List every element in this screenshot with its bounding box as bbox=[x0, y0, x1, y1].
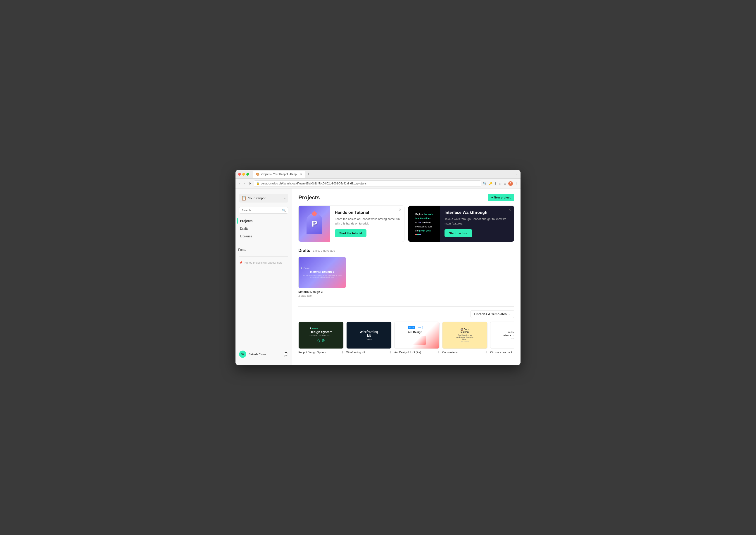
brand-selector[interactable]: 📋 Your Penpot ⌄ bbox=[239, 194, 288, 203]
tab-favicon: 🎨 bbox=[256, 172, 259, 176]
active-tab[interactable]: 🎨 Projects - Your Penpot - Penp... ✕ bbox=[253, 171, 305, 178]
lib-thumb-circ: ⊙ Circum Univers... ⓘ 285 evol... ▽ v1.0… bbox=[490, 322, 514, 349]
libraries-header: Libraries & Templates ⌄ bbox=[298, 310, 514, 318]
back-button[interactable]: ‹ bbox=[238, 181, 241, 186]
url-text: penpot.navios.biz/#/dashboard/team/d9bb0… bbox=[261, 182, 366, 185]
lib-thumb-ds: 📋 penpot Design System Last update Octob… bbox=[298, 322, 344, 349]
sidebar-item-projects[interactable]: Projects bbox=[237, 217, 290, 224]
user-name: Satoshi Yuza bbox=[249, 352, 282, 356]
lib-footer-circ: Circum Icons pack ⬇ bbox=[490, 351, 514, 354]
sidebar-item-drafts[interactable]: Drafts bbox=[237, 225, 290, 232]
user-initials: SY bbox=[241, 352, 245, 356]
drafts-header: Drafts 1 file, 2 days ago bbox=[298, 248, 514, 253]
file-date: 2 days ago bbox=[298, 294, 346, 297]
tutorial-cards: P Hands on Tutorial Learn the basics at … bbox=[298, 206, 514, 242]
lib-footer-coco: Cocomaterial ⬇ bbox=[442, 351, 488, 354]
download-icon-ds[interactable]: ⬇ bbox=[341, 351, 344, 354]
thumb-dark-text: Explore the main functionalities of the … bbox=[415, 212, 433, 235]
bottle-letter: P bbox=[312, 219, 317, 229]
libraries-cards-wrapper: 📋 penpot Design System Last update Octob… bbox=[298, 322, 514, 354]
libraries-cards: 📋 penpot Design System Last update Octob… bbox=[298, 322, 514, 354]
search-icon[interactable]: 🔍 bbox=[483, 182, 487, 185]
chat-icon[interactable]: 💬 bbox=[284, 352, 288, 356]
lib-footer-ant: Ant Design UI Kit (lite) ⬇ bbox=[394, 351, 440, 354]
walkthrough-title: Interface Walkthrough bbox=[445, 210, 509, 215]
address-bar-icons: 🔍 🔑 ⬇ ☆ ▤ S ⋮ bbox=[483, 181, 518, 186]
tutorial-card: P Hands on Tutorial Learn the basics at … bbox=[298, 206, 404, 242]
search-icon: 🔍 bbox=[282, 209, 286, 212]
titlebar: 🎨 Projects - Your Penpot - Penp... ✕ + ⌄ bbox=[235, 170, 521, 179]
page-header: Projects + New project bbox=[298, 194, 514, 201]
start-tour-button[interactable]: Start the tour bbox=[445, 229, 472, 237]
key-icon[interactable]: 🔑 bbox=[489, 182, 493, 185]
nav-label-fonts: Fonts bbox=[238, 248, 246, 251]
download-icon-wf[interactable]: ⬇ bbox=[389, 351, 392, 354]
lib-name-ds: Penpot Design System bbox=[298, 351, 326, 354]
walkthrough-content: Interface Walkthrough Take a walk throug… bbox=[440, 206, 514, 242]
pinned-label: 📌 Pinned projects will appear here bbox=[235, 259, 292, 266]
lib-thumb-wf: Wireframingkit ⬡ ▣ ◻ bbox=[346, 322, 392, 349]
sidebar-icon[interactable]: ▤ bbox=[503, 182, 506, 185]
lib-name-coco: Cocomaterial bbox=[442, 351, 458, 354]
brand-chevron-icon: ⌄ bbox=[284, 197, 286, 200]
user-avatar[interactable]: S bbox=[508, 181, 513, 186]
nav-label-drafts: Drafts bbox=[240, 227, 248, 230]
download-icon[interactable]: ⬇ bbox=[494, 182, 497, 185]
file-thumbnail: 📋Penpot Material Design 3 Ultimate colle… bbox=[298, 257, 346, 288]
fullscreen-button[interactable] bbox=[246, 173, 249, 176]
walkthrough-thumbnail: Explore the main functionalities of the … bbox=[408, 206, 440, 242]
lib-footer-ds: Penpot Design System ⬇ bbox=[298, 351, 344, 354]
lib-card-wireframing[interactable]: Wireframingkit ⬡ ▣ ◻ Wireframing Kit ⬇ bbox=[346, 322, 392, 354]
new-tab-button[interactable]: + bbox=[306, 172, 311, 177]
file-grid: 📋Penpot Material Design 3 Ultimate colle… bbox=[298, 257, 514, 297]
dot-purple bbox=[419, 234, 421, 235]
tutorial-content: Hands on Tutorial Learn the basics at Pe… bbox=[330, 206, 404, 242]
search-input[interactable] bbox=[242, 209, 281, 212]
brand-icon: 📋 bbox=[241, 196, 246, 201]
lib-card-coco[interactable]: 🥥 CocoMaterial The Open Sourcehand-drawn… bbox=[442, 322, 488, 354]
pin-icon: 📌 bbox=[239, 261, 242, 264]
dot-green bbox=[418, 234, 419, 235]
file-thumb-inner: 📋Penpot Material Design 3 Ultimate colle… bbox=[299, 265, 346, 280]
more-icon[interactable]: ⋮ bbox=[515, 182, 518, 185]
download-icon-coco[interactable]: ⬇ bbox=[485, 351, 488, 354]
ant-title: Ant Design bbox=[408, 331, 426, 334]
walkthrough-thumb-content: Explore the main functionalities of the … bbox=[413, 210, 436, 238]
address-bar: ‹ › ↻ 🔒 penpot.navios.biz/#/dashboard/te… bbox=[235, 179, 521, 188]
chevron-down-icon: ⌄ bbox=[516, 173, 518, 176]
libraries-chevron-icon: ⌄ bbox=[508, 312, 511, 316]
tutorial-description: Learn the basics at Penpot while having … bbox=[335, 217, 400, 226]
lib-name-wf: Wireframing Kit bbox=[346, 351, 365, 354]
url-bar[interactable]: 🔒 penpot.navios.biz/#/dashboard/team/d9b… bbox=[254, 181, 481, 187]
minimize-button[interactable] bbox=[242, 173, 245, 176]
star-icon[interactable]: ☆ bbox=[499, 182, 502, 185]
file-card-material[interactable]: 📋Penpot Material Design 3 Ultimate colle… bbox=[298, 257, 346, 297]
tutorial-thumb-bottle: P bbox=[307, 214, 322, 234]
lib-card-circ[interactable]: ⊙ Circum Univers... ⓘ 285 evol... ▽ v1.0… bbox=[490, 322, 514, 354]
search-box[interactable]: 🔍 bbox=[239, 207, 288, 214]
content-area: Projects + New project P bbox=[292, 188, 521, 365]
wf-sub: ⬡ ▣ ◻ bbox=[360, 338, 378, 340]
forward-button[interactable]: › bbox=[243, 181, 246, 186]
reload-button[interactable]: ↻ bbox=[248, 181, 252, 186]
tab-area: 🎨 Projects - Your Penpot - Penp... ✕ + bbox=[253, 171, 311, 178]
sidebar-search: 🔍 bbox=[235, 207, 292, 217]
lib-thumb-ant: UI Kit Lite Ant Design bbox=[394, 322, 440, 349]
lib-card-ant[interactable]: UI Kit Lite Ant Design Ant Design UI Kit… bbox=[394, 322, 440, 354]
close-button[interactable] bbox=[238, 173, 241, 176]
start-tutorial-button[interactable]: Start the tutorial bbox=[335, 229, 366, 237]
lib-card-penpot-ds[interactable]: 📋 penpot Design System Last update Octob… bbox=[298, 322, 344, 354]
tutorial-close-button[interactable]: ✕ bbox=[399, 208, 401, 211]
tab-close-icon[interactable]: ✕ bbox=[300, 173, 302, 175]
pinned-text: Pinned projects will appear here bbox=[244, 261, 283, 264]
sidebar-item-libraries[interactable]: Libraries bbox=[237, 233, 290, 240]
download-icon-ant[interactable]: ⬇ bbox=[437, 351, 440, 354]
walkthrough-close-button[interactable]: ✕ bbox=[508, 208, 511, 211]
lib-footer-wf: Wireframing Kit ⬇ bbox=[346, 351, 392, 354]
brand-name: Your Penpot bbox=[248, 196, 282, 200]
new-project-button[interactable]: + New project bbox=[488, 194, 514, 201]
libraries-toggle-button[interactable]: Libraries & Templates ⌄ bbox=[471, 310, 514, 318]
user-avatar-sidebar[interactable]: SY bbox=[239, 351, 246, 358]
nav-label-projects: Projects bbox=[240, 219, 253, 223]
sidebar-item-fonts[interactable]: Fonts bbox=[235, 246, 292, 253]
